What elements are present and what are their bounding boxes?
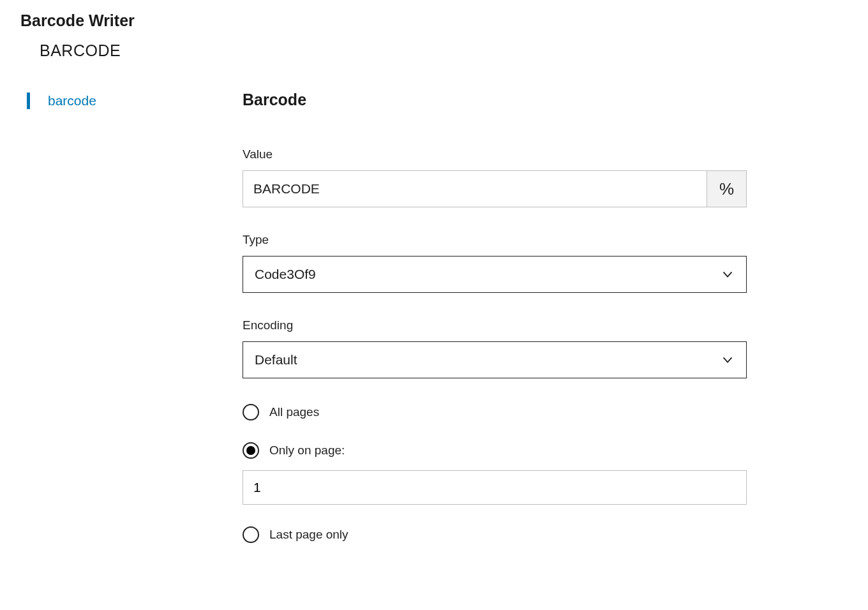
field-type: Type Code3Of9 <box>243 233 747 293</box>
value-label: Value <box>243 147 747 161</box>
radio-only-on-page[interactable]: Only on page: <box>243 442 747 459</box>
encoding-select[interactable]: Default <box>243 341 747 378</box>
sidebar: barcode <box>0 91 243 543</box>
percent-button[interactable]: % <box>707 170 747 207</box>
radio-all-pages[interactable]: All pages <box>243 404 747 420</box>
page-title: Barcode Writer <box>0 0 868 30</box>
field-encoding: Encoding Default <box>243 318 747 378</box>
main-panel: Barcode Value % Type Code3Of9 Encodin <box>243 91 868 543</box>
radio-only-label: Only on page: <box>269 443 345 458</box>
page-number-input[interactable] <box>243 470 747 505</box>
radio-last-label: Last page only <box>269 528 348 542</box>
page-subtitle: BARCODE <box>0 30 868 60</box>
encoding-label: Encoding <box>243 318 747 332</box>
radio-selected-dot <box>246 446 255 455</box>
radio-icon <box>243 404 259 420</box>
active-indicator <box>27 93 30 109</box>
encoding-selected-value: Default <box>255 352 297 368</box>
sidebar-item-label: barcode <box>48 93 96 108</box>
chevron-down-icon <box>721 353 735 367</box>
sidebar-item-barcode[interactable]: barcode <box>27 91 243 111</box>
radio-last-page-only[interactable]: Last page only <box>243 526 747 543</box>
radio-icon <box>243 442 259 459</box>
type-label: Type <box>243 233 747 247</box>
value-input[interactable] <box>243 170 707 207</box>
percent-icon: % <box>719 179 734 199</box>
type-selected-value: Code3Of9 <box>255 267 316 282</box>
field-value: Value % <box>243 147 747 207</box>
chevron-down-icon <box>721 267 735 281</box>
type-select[interactable]: Code3Of9 <box>243 256 747 293</box>
main-heading: Barcode <box>243 91 747 109</box>
radio-all-label: All pages <box>269 405 319 419</box>
page-radio-group: All pages Only on page: Last page only <box>243 404 747 543</box>
radio-icon <box>243 526 259 543</box>
